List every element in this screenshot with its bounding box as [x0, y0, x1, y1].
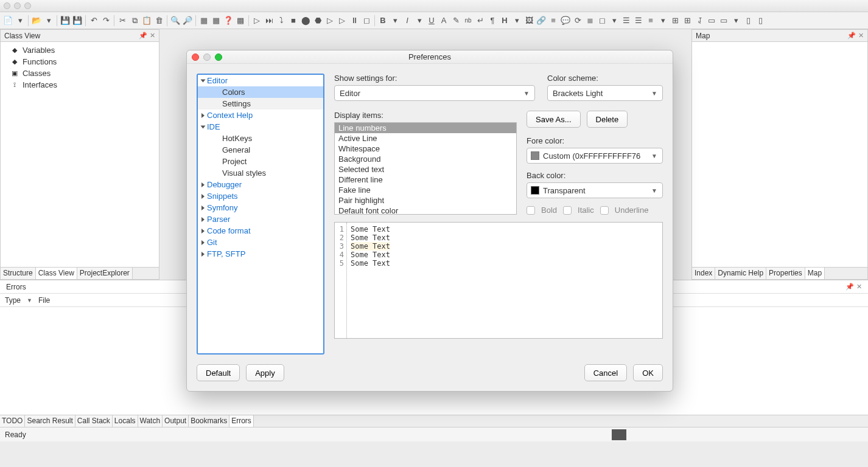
- tree-item-settings[interactable]: Settings: [198, 98, 323, 109]
- tree-item-ide[interactable]: IDE: [198, 121, 323, 133]
- disclosure-icon[interactable]: [201, 125, 206, 128]
- display-item[interactable]: Selected text: [335, 164, 516, 175]
- display-item[interactable]: Active Line: [335, 133, 516, 144]
- save-as-button[interactable]: Save As...: [527, 111, 581, 128]
- tree-item-visual-styles[interactable]: Visual styles: [198, 167, 323, 179]
- display-item[interactable]: Pair highlight: [335, 195, 516, 206]
- tree-item-editor[interactable]: Editor: [198, 75, 323, 86]
- preferences-dialog: Preferences EditorColorsSettings Context…: [186, 50, 673, 392]
- underline-checkbox[interactable]: [600, 206, 609, 215]
- label: Display items:: [334, 111, 517, 120]
- color-swatch: [531, 151, 539, 160]
- disclosure-icon[interactable]: [201, 206, 205, 210]
- tree-item-parser[interactable]: Parser: [198, 213, 323, 225]
- tree-item-hotkeys[interactable]: HotKeys: [198, 133, 323, 144]
- cancel-button[interactable]: Cancel: [584, 364, 627, 381]
- display-item[interactable]: Different line: [335, 175, 516, 185]
- dialog-title: Preferences: [408, 52, 451, 61]
- disclosure-icon[interactable]: [201, 252, 205, 257]
- disclosure-icon[interactable]: [201, 240, 205, 245]
- tree-item-general[interactable]: General: [198, 144, 323, 156]
- tree-item-debugger[interactable]: Debugger: [198, 179, 323, 190]
- tree-item-colors[interactable]: Colors: [198, 86, 323, 98]
- display-items-list[interactable]: Line numbersActive LineWhitespaceBackgro…: [334, 122, 517, 215]
- label: Back color:: [527, 171, 663, 180]
- tree-item-symfony[interactable]: Symfony: [198, 202, 323, 213]
- display-item[interactable]: Fake line: [335, 185, 516, 195]
- label: Fore color:: [527, 136, 663, 145]
- dialog-close-icon[interactable]: [192, 54, 199, 61]
- italic-checkbox[interactable]: [563, 206, 572, 215]
- disclosure-icon[interactable]: [201, 194, 205, 199]
- display-item[interactable]: Background: [335, 154, 516, 164]
- color-swatch: [531, 186, 539, 195]
- show-settings-select[interactable]: Editor▼: [334, 85, 535, 101]
- label: Color scheme:: [547, 74, 663, 83]
- dialog-titlebar[interactable]: Preferences: [187, 50, 673, 64]
- display-item[interactable]: Default font color: [335, 206, 516, 215]
- apply-button[interactable]: Apply: [246, 364, 284, 381]
- default-button[interactable]: Default: [197, 364, 240, 381]
- color-scheme-select[interactable]: Brackets Light▼: [547, 85, 663, 101]
- preferences-tree[interactable]: EditorColorsSettings Context Help IDEHot…: [197, 74, 324, 355]
- tree-item-snippets[interactable]: Snippets: [198, 190, 323, 202]
- tree-item-context-help[interactable]: Context Help: [198, 109, 323, 121]
- display-item[interactable]: Line numbers: [335, 123, 516, 133]
- disclosure-icon[interactable]: [201, 182, 205, 187]
- disclosure-icon[interactable]: [201, 79, 206, 82]
- chevron-down-icon: ▼: [651, 153, 657, 159]
- bold-checkbox[interactable]: [527, 206, 535, 215]
- chevron-down-icon: ▼: [523, 90, 530, 97]
- dialog-minimize-icon: [203, 54, 211, 61]
- fore-color-select[interactable]: Custom (0xFFFFFFFFFF76 ▼: [527, 148, 663, 164]
- back-color-select[interactable]: Transparent ▼: [527, 182, 663, 198]
- delete-button[interactable]: Delete: [587, 111, 628, 128]
- disclosure-icon[interactable]: [201, 217, 205, 222]
- disclosure-icon[interactable]: [201, 113, 205, 118]
- preview-editor: 12345 Some TextSome TextSome TextSome Te…: [334, 222, 663, 339]
- dialog-zoom-icon[interactable]: [215, 54, 222, 61]
- tree-item-code-format[interactable]: Code format: [198, 225, 323, 237]
- label: Show settings for:: [334, 74, 535, 83]
- chevron-down-icon: ▼: [651, 90, 657, 97]
- tree-item-ftp-sftp[interactable]: FTP, SFTP: [198, 248, 323, 260]
- ok-button[interactable]: OK: [633, 364, 663, 381]
- chevron-down-icon: ▼: [651, 187, 657, 194]
- tree-item-git[interactable]: Git: [198, 237, 323, 248]
- disclosure-icon[interactable]: [201, 229, 205, 234]
- tree-item-project[interactable]: Project: [198, 156, 323, 167]
- display-item[interactable]: Whitespace: [335, 144, 516, 154]
